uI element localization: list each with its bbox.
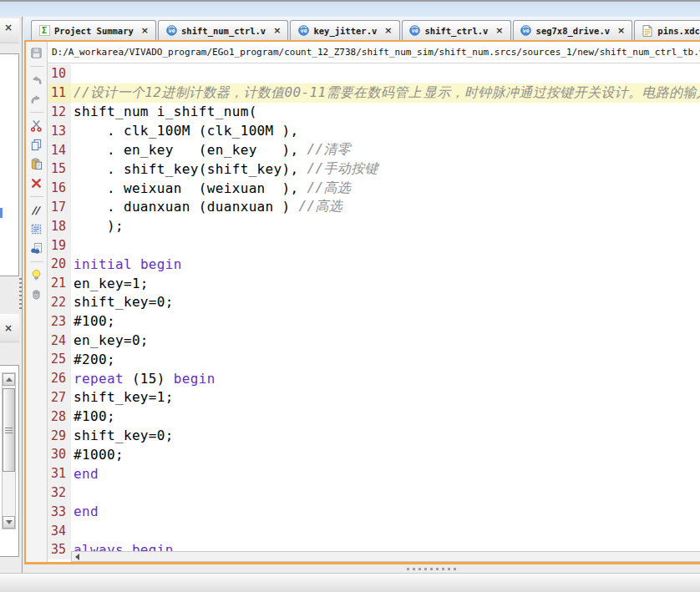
code-token: . duanxuan (duanxuan ) (74, 199, 299, 215)
tab-close-icon[interactable]: × (495, 25, 503, 36)
code-line: 12shift_num i_shift_num( (48, 103, 700, 122)
find-in-file-icon[interactable] (29, 241, 44, 256)
line-text: #1000; (71, 445, 700, 464)
tab-seg7x8-drive-v[interactable]: veseg7x8_drive.v× (513, 20, 633, 40)
code-line: 22shift_key=0; (48, 293, 700, 312)
line-number: 29 (48, 426, 71, 445)
verilog-file-icon: ve (165, 25, 177, 37)
tab-close-icon[interactable]: × (273, 25, 281, 36)
code-token: #1000; (74, 447, 124, 463)
keyword-token: end (74, 503, 99, 519)
scroll-up-button[interactable] (3, 373, 15, 386)
code-line: 15 . shift_key(shift_key), //手动按键 (48, 159, 700, 179)
code-token: en_key=0; (74, 332, 149, 348)
save-icon[interactable] (29, 46, 44, 60)
code-line: 13 . clk_100M (clk_100M ), (48, 121, 700, 140)
comment-token: //手动按键 (307, 160, 378, 178)
redo-icon[interactable] (29, 92, 44, 106)
block-select-icon[interactable] (29, 222, 44, 236)
tab-label: key_jitter.v (313, 26, 377, 36)
line-text: shift_key=0; (71, 426, 700, 445)
scroll-down-button[interactable] (3, 516, 15, 529)
horizontal-scrollbar[interactable] (71, 551, 700, 562)
tab-project-summary[interactable]: ΣProject Summary× (31, 20, 156, 40)
comment-token: //设计一个12进制计数器，计数值00-11需要在数码管上 (74, 84, 422, 102)
line-text: . clk_100M (clk_100M ), (71, 121, 700, 140)
left-vertical-scrollbar[interactable] (2, 372, 16, 529)
code-token: #100; (74, 313, 115, 329)
toggle-comment-icon[interactable]: // (29, 203, 44, 217)
toolbar-separator (30, 196, 43, 197)
svg-text:ve: ve (522, 28, 529, 34)
close-icon[interactable]: × (0, 18, 13, 32)
code-token: shift_num i_shift_num( (74, 104, 257, 119)
file-path-bar: D:/A_workarea/VIVADO_program/EGo1_progra… (48, 42, 700, 63)
cut-icon[interactable] (29, 119, 44, 133)
keyword-token: end (74, 466, 99, 482)
line-text (71, 521, 700, 540)
hand-icon[interactable] (29, 287, 44, 301)
code-line: 32 (48, 483, 700, 503)
scrollbar-thumb[interactable] (3, 388, 15, 472)
code-line: 19 (48, 235, 700, 255)
close-icon[interactable]: × (0, 314, 13, 332)
code-line: 27shift_key=1; (48, 388, 700, 407)
line-number: 12 (48, 103, 71, 122)
keyword-token: begin (174, 371, 216, 387)
line-text: #100; (71, 407, 700, 426)
vertical-splitter-handle[interactable] (19, 278, 22, 309)
line-number: 14 (48, 140, 71, 159)
horizontal-splitter-handle[interactable] (407, 568, 456, 570)
code-line: 23#100; (48, 311, 700, 331)
tab-key-jitter-v[interactable]: vekey_jitter.v× (290, 20, 399, 40)
line-text: shift_key=0; (71, 293, 700, 312)
undo-icon[interactable] (29, 73, 44, 87)
toolbar-separator (30, 112, 43, 113)
line-text: end (71, 464, 700, 483)
line-number: 23 (48, 311, 71, 331)
code-area[interactable]: 1011//设计一个12进制计数器，计数值00-11需要在数码管上显示，时钟脉冲… (48, 63, 700, 562)
code-line: 16 . weixuan (weixuan ), //高选 (48, 179, 700, 198)
code-line: 11//设计一个12进制计数器，计数值00-11需要在数码管上显示，时钟脉冲通过… (48, 83, 700, 103)
toolbar-separator (30, 261, 43, 262)
verilog-file-icon: ve (409, 25, 421, 37)
code-token: . shift_key(shift_key), (74, 161, 307, 177)
bottom-panel-strip (0, 573, 700, 592)
line-text (71, 64, 700, 83)
keyword-token: initial (74, 256, 132, 272)
keyword-token: begin (140, 256, 182, 272)
line-number: 26 (48, 369, 71, 388)
line-number: 24 (48, 331, 71, 350)
tree-item-icon (0, 208, 3, 218)
scrollbar-track[interactable] (83, 552, 700, 561)
paste-icon[interactable] (29, 157, 44, 171)
line-text: . weixuan (weixuan ), //高选 (71, 179, 700, 198)
line-number: 13 (48, 121, 71, 140)
tab-shift-ctrl-v[interactable]: veshift_ctrl.v× (402, 20, 511, 40)
code-line: 30#1000; (48, 445, 700, 464)
tab-pins-xdc[interactable]: pins.xdc× (634, 20, 700, 40)
code-line: 18 ); (48, 216, 700, 235)
verilog-file-icon: ve (297, 25, 309, 37)
tab-close-icon[interactable]: × (141, 25, 149, 36)
tab-close-icon[interactable]: × (384, 25, 392, 36)
left-panel-bottom (0, 365, 19, 557)
toolbar-separator (30, 66, 43, 67)
code-lines: 1011//设计一个12进制计数器，计数值00-11需要在数码管上显示，时钟脉冲… (48, 64, 700, 559)
code-line: 17 . duanxuan (duanxuan ) //高选 (48, 198, 700, 217)
code-token: . weixuan (weixuan ), (74, 180, 307, 196)
copy-icon[interactable] (29, 138, 44, 152)
left-panel-header-top: × (0, 18, 19, 43)
tab-shift-num-ctrl-v[interactable]: veshift_num_ctrl.v× (158, 20, 288, 40)
line-text (71, 235, 700, 255)
tips-icon[interactable] (29, 268, 44, 282)
code-token (132, 256, 140, 272)
scroll-left-button[interactable] (72, 552, 83, 561)
line-text: #200; (71, 350, 700, 369)
comment-token: 显示，时钟脉冲通过按键开关设计。电路的输入信号en进行 (424, 84, 700, 102)
delete-icon[interactable] (29, 176, 44, 190)
line-number: 21 (48, 274, 71, 293)
arrow-up-icon (6, 377, 13, 382)
tab-close-icon[interactable]: × (617, 25, 625, 36)
code-token: #100; (74, 408, 115, 424)
